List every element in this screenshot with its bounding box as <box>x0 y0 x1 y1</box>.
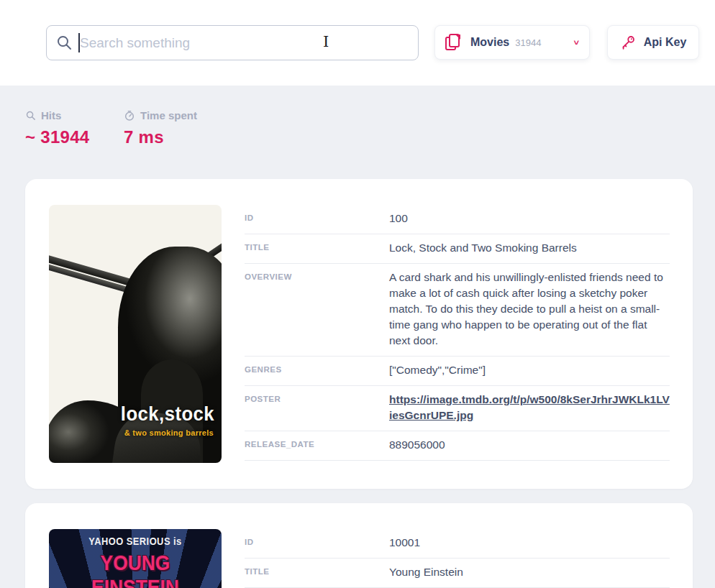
field-value: Young Einstein <box>389 564 670 580</box>
field-value: ["Comedy","Crime"] <box>389 362 670 378</box>
hits-stat: Hits ~ 31944 <box>25 109 124 147</box>
movie-poster: YAHOO SERIOUS is YOUNG EINSTEIN <box>49 529 222 588</box>
poster-title-line1: YAHOO SERIOUS is <box>56 536 215 547</box>
field-row: TITLE Young Einstein <box>245 559 670 588</box>
key-icon <box>620 35 636 50</box>
field-label: ID <box>245 211 389 226</box>
field-label: RELEASE_DATE <box>245 437 389 453</box>
poster-title-line2: & two smoking barrels <box>124 428 214 437</box>
field-value: 10001 <box>389 535 670 551</box>
field-value: Lock, Stock and Two Smoking Barrels <box>389 240 670 256</box>
field-value: 100 <box>389 211 670 226</box>
poster-title-line1: lock,stock <box>121 403 214 426</box>
field-row: RELEASE_DATE 889056000 <box>245 431 670 461</box>
field-label: TITLE <box>245 240 389 256</box>
field-label: TITLE <box>245 564 389 580</box>
index-selector-button[interactable]: Movies 31944 ˅ <box>434 25 590 60</box>
search-box <box>46 25 419 60</box>
chevron-down-icon: ˅ <box>573 38 579 47</box>
result-card: lock,stock & two smoking barrels ID 100 … <box>25 179 693 489</box>
search-icon <box>55 34 73 51</box>
field-row: POSTER https://image.tmdb.org/t/p/w500/8… <box>245 386 670 431</box>
stopwatch-icon <box>124 110 135 121</box>
time-stat: Time spent 7 ms <box>124 109 197 147</box>
field-value: A card shark and his unwillingly-enliste… <box>389 270 670 349</box>
poster-url-link[interactable]: https://image.tmdb.org/t/p/w500/8kSerJrh… <box>389 393 670 421</box>
api-key-button[interactable]: Api Key <box>607 25 699 60</box>
search-input[interactable] <box>46 25 419 60</box>
field-label: OVERVIEW <box>245 270 389 349</box>
time-spent-value: 7 ms <box>124 127 197 147</box>
field-row: GENRES ["Comedy","Crime"] <box>245 357 670 386</box>
result-card: YAHOO SERIOUS is YOUNG EINSTEIN ID 10001… <box>25 503 693 588</box>
movie-poster: lock,stock & two smoking barrels <box>49 205 222 463</box>
api-key-label: Api Key <box>644 36 687 49</box>
field-label: ID <box>245 535 389 551</box>
field-row: TITLE Lock, Stock and Two Smoking Barrel… <box>245 234 670 264</box>
hits-value: ~ 31944 <box>25 127 124 147</box>
field-value: 889056000 <box>389 437 670 453</box>
index-doc-count: 31944 <box>515 37 541 48</box>
results-list: lock,stock & two smoking barrels ID 100 … <box>0 179 715 588</box>
search-stats: Hits ~ 31944 Time spent 7 ms <box>0 86 715 147</box>
field-label: POSTER <box>245 392 389 423</box>
hits-search-icon <box>25 110 36 121</box>
top-header: Movies 31944 ˅ Api Key I <box>0 0 715 86</box>
field-row: ID 100 <box>245 205 670 234</box>
field-row: OVERVIEW A card shark and his unwillingl… <box>245 264 670 357</box>
poster-title-line2: YOUNG EINSTEIN <box>59 551 211 588</box>
index-name: Movies <box>470 36 509 49</box>
documents-icon <box>445 34 461 51</box>
field-list: ID 100 TITLE Lock, Stock and Two Smoking… <box>245 205 670 463</box>
time-spent-label: Time spent <box>140 109 197 121</box>
field-list: ID 10001 TITLE Young Einstein OVERVIEW A… <box>245 529 670 588</box>
mouse-cursor-ibeam: I <box>323 33 329 50</box>
text-caret <box>78 33 80 52</box>
field-value: https://image.tmdb.org/t/p/w500/8kSerJrh… <box>389 392 670 423</box>
field-row: ID 10001 <box>245 529 670 559</box>
hits-label: Hits <box>41 109 61 121</box>
field-label: GENRES <box>245 362 389 378</box>
